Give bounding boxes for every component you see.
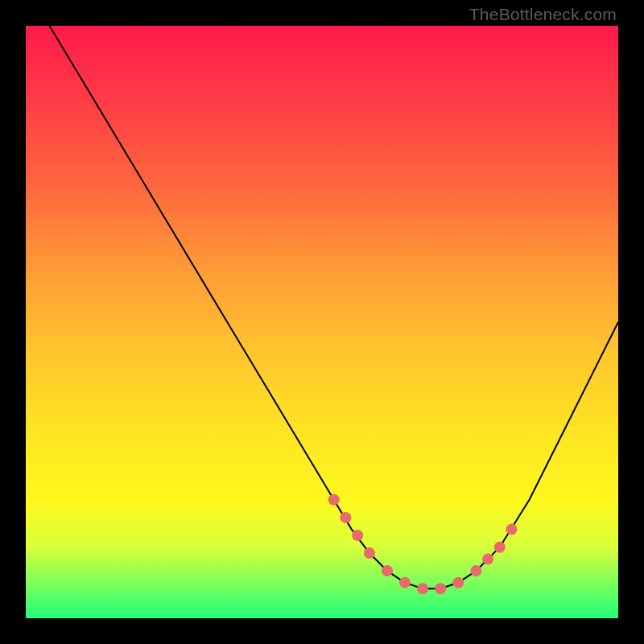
data-marker [364, 547, 375, 559]
data-marker [340, 512, 351, 523]
data-marker [435, 583, 446, 594]
plot-area [26, 26, 618, 618]
watermark-text: TheBottleneck.com [469, 5, 617, 24]
data-marker [328, 494, 340, 506]
data-marker [399, 577, 411, 588]
chart-stage: TheBottleneck.com [0, 0, 644, 644]
data-marker [417, 583, 428, 594]
data-marker [506, 524, 518, 535]
data-marker [482, 553, 493, 564]
data-marker [470, 565, 481, 576]
markers-group [328, 494, 518, 594]
data-marker [352, 530, 363, 541]
chart-svg [26, 26, 618, 618]
data-marker [382, 565, 393, 576]
data-marker [452, 577, 464, 588]
data-marker [494, 542, 506, 553]
